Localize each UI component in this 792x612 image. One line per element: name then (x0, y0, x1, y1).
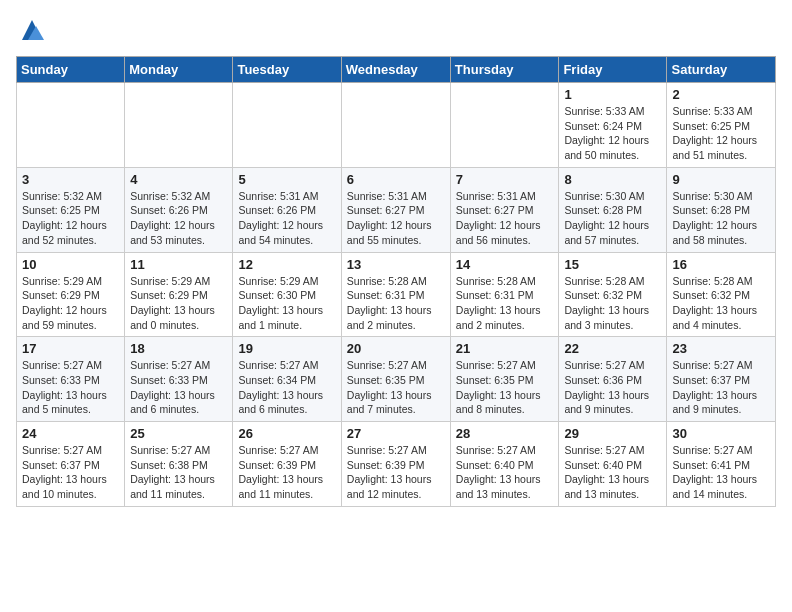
day-info: Sunrise: 5:27 AMSunset: 6:39 PMDaylight:… (347, 443, 445, 502)
day-info: Sunrise: 5:27 AMSunset: 6:38 PMDaylight:… (130, 443, 227, 502)
calendar-cell (17, 83, 125, 168)
calendar-cell: 27Sunrise: 5:27 AMSunset: 6:39 PMDayligh… (341, 422, 450, 507)
page-header (16, 16, 776, 44)
day-info: Sunrise: 5:27 AMSunset: 6:33 PMDaylight:… (130, 358, 227, 417)
day-number: 22 (564, 341, 661, 356)
day-info: Sunrise: 5:33 AMSunset: 6:24 PMDaylight:… (564, 104, 661, 163)
day-number: 4 (130, 172, 227, 187)
calendar-cell (341, 83, 450, 168)
day-number: 17 (22, 341, 119, 356)
col-header-thursday: Thursday (450, 57, 559, 83)
week-row-2: 3Sunrise: 5:32 AMSunset: 6:25 PMDaylight… (17, 167, 776, 252)
day-number: 27 (347, 426, 445, 441)
calendar-cell: 23Sunrise: 5:27 AMSunset: 6:37 PMDayligh… (667, 337, 776, 422)
day-number: 3 (22, 172, 119, 187)
day-number: 8 (564, 172, 661, 187)
day-info: Sunrise: 5:27 AMSunset: 6:37 PMDaylight:… (22, 443, 119, 502)
day-info: Sunrise: 5:31 AMSunset: 6:27 PMDaylight:… (347, 189, 445, 248)
day-number: 14 (456, 257, 554, 272)
calendar-cell: 13Sunrise: 5:28 AMSunset: 6:31 PMDayligh… (341, 252, 450, 337)
col-header-monday: Monday (125, 57, 233, 83)
day-number: 2 (672, 87, 770, 102)
day-info: Sunrise: 5:32 AMSunset: 6:25 PMDaylight:… (22, 189, 119, 248)
calendar-cell: 10Sunrise: 5:29 AMSunset: 6:29 PMDayligh… (17, 252, 125, 337)
day-info: Sunrise: 5:31 AMSunset: 6:26 PMDaylight:… (238, 189, 335, 248)
calendar-table: SundayMondayTuesdayWednesdayThursdayFrid… (16, 56, 776, 507)
calendar-cell: 30Sunrise: 5:27 AMSunset: 6:41 PMDayligh… (667, 422, 776, 507)
day-info: Sunrise: 5:32 AMSunset: 6:26 PMDaylight:… (130, 189, 227, 248)
day-info: Sunrise: 5:28 AMSunset: 6:31 PMDaylight:… (347, 274, 445, 333)
calendar-cell (450, 83, 559, 168)
day-info: Sunrise: 5:27 AMSunset: 6:41 PMDaylight:… (672, 443, 770, 502)
col-header-sunday: Sunday (17, 57, 125, 83)
day-number: 12 (238, 257, 335, 272)
day-number: 16 (672, 257, 770, 272)
day-number: 21 (456, 341, 554, 356)
day-number: 1 (564, 87, 661, 102)
day-info: Sunrise: 5:27 AMSunset: 6:37 PMDaylight:… (672, 358, 770, 417)
calendar-cell: 16Sunrise: 5:28 AMSunset: 6:32 PMDayligh… (667, 252, 776, 337)
day-number: 25 (130, 426, 227, 441)
day-number: 19 (238, 341, 335, 356)
week-row-4: 17Sunrise: 5:27 AMSunset: 6:33 PMDayligh… (17, 337, 776, 422)
day-number: 23 (672, 341, 770, 356)
calendar-cell: 26Sunrise: 5:27 AMSunset: 6:39 PMDayligh… (233, 422, 341, 507)
col-header-friday: Friday (559, 57, 667, 83)
day-number: 15 (564, 257, 661, 272)
day-info: Sunrise: 5:31 AMSunset: 6:27 PMDaylight:… (456, 189, 554, 248)
day-number: 24 (22, 426, 119, 441)
day-info: Sunrise: 5:29 AMSunset: 6:29 PMDaylight:… (130, 274, 227, 333)
day-number: 10 (22, 257, 119, 272)
calendar-cell: 22Sunrise: 5:27 AMSunset: 6:36 PMDayligh… (559, 337, 667, 422)
calendar-cell: 29Sunrise: 5:27 AMSunset: 6:40 PMDayligh… (559, 422, 667, 507)
calendar-cell (125, 83, 233, 168)
day-info: Sunrise: 5:27 AMSunset: 6:35 PMDaylight:… (456, 358, 554, 417)
day-number: 7 (456, 172, 554, 187)
calendar-cell: 15Sunrise: 5:28 AMSunset: 6:32 PMDayligh… (559, 252, 667, 337)
day-info: Sunrise: 5:29 AMSunset: 6:30 PMDaylight:… (238, 274, 335, 333)
day-number: 20 (347, 341, 445, 356)
day-number: 26 (238, 426, 335, 441)
calendar-cell: 18Sunrise: 5:27 AMSunset: 6:33 PMDayligh… (125, 337, 233, 422)
day-number: 29 (564, 426, 661, 441)
day-info: Sunrise: 5:27 AMSunset: 6:39 PMDaylight:… (238, 443, 335, 502)
calendar-cell: 6Sunrise: 5:31 AMSunset: 6:27 PMDaylight… (341, 167, 450, 252)
calendar-cell: 3Sunrise: 5:32 AMSunset: 6:25 PMDaylight… (17, 167, 125, 252)
day-info: Sunrise: 5:28 AMSunset: 6:32 PMDaylight:… (564, 274, 661, 333)
calendar-cell: 11Sunrise: 5:29 AMSunset: 6:29 PMDayligh… (125, 252, 233, 337)
calendar-cell: 25Sunrise: 5:27 AMSunset: 6:38 PMDayligh… (125, 422, 233, 507)
day-number: 6 (347, 172, 445, 187)
calendar-cell: 4Sunrise: 5:32 AMSunset: 6:26 PMDaylight… (125, 167, 233, 252)
day-info: Sunrise: 5:27 AMSunset: 6:35 PMDaylight:… (347, 358, 445, 417)
col-header-saturday: Saturday (667, 57, 776, 83)
calendar-cell: 20Sunrise: 5:27 AMSunset: 6:35 PMDayligh… (341, 337, 450, 422)
day-info: Sunrise: 5:27 AMSunset: 6:40 PMDaylight:… (564, 443, 661, 502)
logo-icon (18, 16, 46, 44)
day-info: Sunrise: 5:33 AMSunset: 6:25 PMDaylight:… (672, 104, 770, 163)
calendar-cell: 28Sunrise: 5:27 AMSunset: 6:40 PMDayligh… (450, 422, 559, 507)
col-header-tuesday: Tuesday (233, 57, 341, 83)
calendar-cell: 2Sunrise: 5:33 AMSunset: 6:25 PMDaylight… (667, 83, 776, 168)
calendar-cell (233, 83, 341, 168)
calendar-cell: 19Sunrise: 5:27 AMSunset: 6:34 PMDayligh… (233, 337, 341, 422)
calendar-cell: 7Sunrise: 5:31 AMSunset: 6:27 PMDaylight… (450, 167, 559, 252)
logo (16, 16, 46, 44)
calendar-cell: 5Sunrise: 5:31 AMSunset: 6:26 PMDaylight… (233, 167, 341, 252)
day-number: 28 (456, 426, 554, 441)
day-number: 18 (130, 341, 227, 356)
day-info: Sunrise: 5:28 AMSunset: 6:32 PMDaylight:… (672, 274, 770, 333)
calendar-cell: 14Sunrise: 5:28 AMSunset: 6:31 PMDayligh… (450, 252, 559, 337)
calendar-cell: 9Sunrise: 5:30 AMSunset: 6:28 PMDaylight… (667, 167, 776, 252)
calendar-cell: 8Sunrise: 5:30 AMSunset: 6:28 PMDaylight… (559, 167, 667, 252)
day-number: 9 (672, 172, 770, 187)
day-info: Sunrise: 5:30 AMSunset: 6:28 PMDaylight:… (672, 189, 770, 248)
day-number: 11 (130, 257, 227, 272)
day-info: Sunrise: 5:27 AMSunset: 6:34 PMDaylight:… (238, 358, 335, 417)
day-number: 30 (672, 426, 770, 441)
day-info: Sunrise: 5:27 AMSunset: 6:40 PMDaylight:… (456, 443, 554, 502)
calendar-cell: 12Sunrise: 5:29 AMSunset: 6:30 PMDayligh… (233, 252, 341, 337)
day-info: Sunrise: 5:27 AMSunset: 6:36 PMDaylight:… (564, 358, 661, 417)
calendar-cell: 21Sunrise: 5:27 AMSunset: 6:35 PMDayligh… (450, 337, 559, 422)
day-info: Sunrise: 5:27 AMSunset: 6:33 PMDaylight:… (22, 358, 119, 417)
calendar-header-row: SundayMondayTuesdayWednesdayThursdayFrid… (17, 57, 776, 83)
